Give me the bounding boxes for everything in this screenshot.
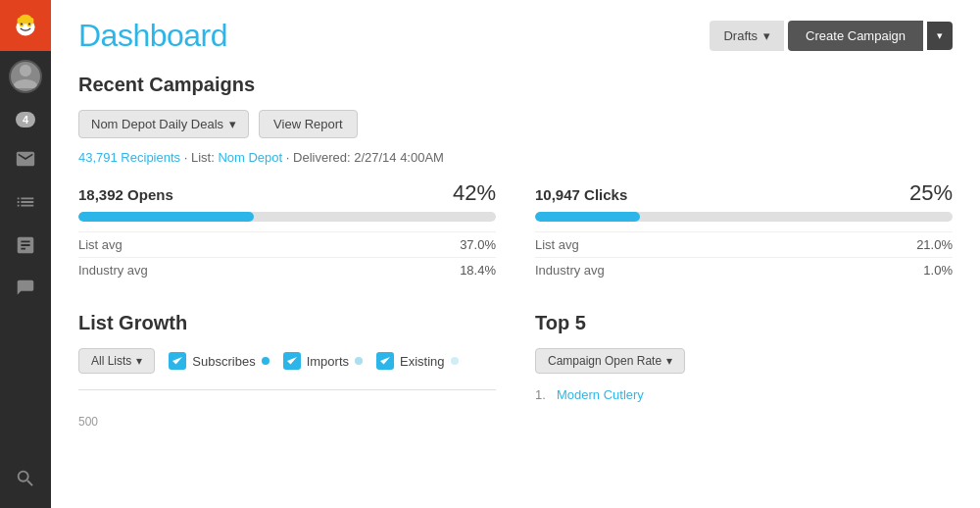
chart-y-label: 500 <box>78 415 98 429</box>
existing-dot <box>451 357 459 365</box>
clicks-list-avg-val: 21.0% <box>916 237 953 252</box>
campaign-select-chevron-icon: ▾ <box>229 117 236 131</box>
notifications-badge[interactable]: 4 <box>0 102 51 137</box>
list-name-link[interactable]: Nom Depot <box>218 150 282 165</box>
campaign-controls: Nom Depot Daily Deals ▾ View Report <box>78 110 953 138</box>
opens-list-avg-val: 37.0% <box>460 237 496 252</box>
opens-industry-avg-label: Industry avg <box>78 263 148 278</box>
svg-point-5 <box>20 15 32 25</box>
subscribes-label: Subscribes <box>192 354 255 369</box>
opens-stat-block: 18,392 Opens 42% List avg 37.0% Industry… <box>78 180 496 282</box>
main-content: Dashboard Drafts ▾ Create Campaign ▾ Rec… <box>51 0 980 508</box>
view-report-button[interactable]: View Report <box>259 110 358 138</box>
subscribes-checkbox[interactable]: Subscribes <box>169 352 269 370</box>
sidebar-item-campaigns[interactable] <box>0 137 51 180</box>
meta-list-prefix: List: <box>191 150 215 165</box>
check-icon <box>379 355 391 367</box>
campaign-name: Nom Depot Daily Deals <box>91 117 223 131</box>
top5-section: Top 5 Campaign Open Rate ▾ 1. Modern Cut… <box>535 312 953 429</box>
imports-checkbox-box <box>283 352 301 370</box>
clicks-list-avg: List avg 21.0% <box>535 231 953 257</box>
opens-progress-fill <box>78 212 254 222</box>
view-report-label: View Report <box>273 117 343 131</box>
check-icon <box>172 355 183 367</box>
bottom-grid: List Growth All Lists ▾ Subscribes <box>78 312 953 429</box>
opens-progress-bg <box>78 212 496 222</box>
create-campaign-label: Create Campaign <box>806 28 906 43</box>
content-area: Recent Campaigns Nom Depot Daily Deals ▾… <box>51 64 980 448</box>
all-lists-filter-button[interactable]: All Lists ▾ <box>78 348 155 374</box>
clicks-industry-avg-label: Industry avg <box>535 263 605 278</box>
subscribes-checkbox-box <box>169 352 186 370</box>
page-title: Dashboard <box>78 18 227 54</box>
imports-checkbox[interactable]: Imports <box>283 352 363 370</box>
opens-list-avg-label: List avg <box>78 237 122 252</box>
existing-label: Existing <box>400 354 445 369</box>
top5-filter-label: Campaign Open Rate <box>548 354 662 368</box>
svg-point-6 <box>18 18 22 24</box>
clicks-industry-avg-val: 1.0% <box>923 263 953 278</box>
clicks-progress-bg <box>535 212 953 222</box>
all-lists-chevron-icon: ▾ <box>136 354 142 368</box>
opens-label: 18,392 Opens <box>78 186 173 203</box>
automation-icon <box>15 278 36 299</box>
opens-industry-avg-val: 18.4% <box>460 263 496 278</box>
top5-list: 1. Modern Cutlery <box>535 387 953 402</box>
clicks-progress-fill <box>535 212 640 222</box>
header-actions: Drafts ▾ Create Campaign ▾ <box>710 21 953 51</box>
meta-delivered: Delivered: 2/27/14 4:00AM <box>293 150 444 165</box>
list-growth-filters: All Lists ▾ Subscribes <box>78 348 496 374</box>
clicks-industry-avg: Industry avg 1.0% <box>535 257 953 282</box>
recent-campaigns-section: Recent Campaigns Nom Depot Daily Deals ▾… <box>78 74 953 282</box>
campaign-meta: 43,791 Recipients · List: Nom Depot · De… <box>78 150 953 165</box>
subscribes-dot <box>262 357 270 365</box>
top5-link-1[interactable]: Modern Cutlery <box>557 387 644 402</box>
clicks-list-avg-label: List avg <box>535 237 579 252</box>
top5-title: Top 5 <box>535 312 953 334</box>
sidebar-item-search[interactable] <box>0 457 51 500</box>
opens-pct: 42% <box>453 180 496 206</box>
clicks-stat-block: 10,947 Clicks 25% List avg 21.0% Industr… <box>535 180 953 282</box>
top5-filter-row: Campaign Open Rate ▾ <box>535 348 953 374</box>
create-campaign-button[interactable]: Create Campaign <box>788 21 923 51</box>
stats-grid: 18,392 Opens 42% List avg 37.0% Industry… <box>78 180 953 282</box>
search-icon <box>15 468 36 489</box>
drafts-button[interactable]: Drafts ▾ <box>710 21 784 51</box>
avatar[interactable] <box>0 51 51 102</box>
existing-checkbox[interactable]: Existing <box>376 352 459 370</box>
mailchimp-logo-icon <box>10 10 41 41</box>
campaign-select-button[interactable]: Nom Depot Daily Deals ▾ <box>78 110 249 138</box>
sidebar-item-automation[interactable] <box>0 267 51 310</box>
lists-icon <box>15 191 36 213</box>
list-growth-section: List Growth All Lists ▾ Subscribes <box>78 312 496 429</box>
recent-campaigns-title: Recent Campaigns <box>78 74 953 96</box>
campaigns-icon <box>15 148 36 170</box>
avatar-image <box>9 60 42 93</box>
top5-rank-1: 1. <box>535 387 551 402</box>
opens-industry-avg: Industry avg 18.4% <box>78 257 496 282</box>
create-campaign-dropdown-button[interactable]: ▾ <box>927 22 953 50</box>
sidebar-item-lists[interactable] <box>0 180 51 224</box>
top5-filter-button[interactable]: Campaign Open Rate ▾ <box>535 348 685 374</box>
clicks-pct: 25% <box>909 180 953 206</box>
all-lists-label: All Lists <box>91 354 131 368</box>
logo <box>0 0 51 51</box>
list-growth-chart: 500 <box>78 389 496 429</box>
clicks-label: 10,947 Clicks <box>535 186 627 203</box>
header: Dashboard Drafts ▾ Create Campaign ▾ <box>51 0 980 64</box>
check-icon <box>286 355 298 367</box>
list-growth-title: List Growth <box>78 312 496 334</box>
badge-count: 4 <box>16 112 35 127</box>
svg-point-7 <box>29 18 33 24</box>
clicks-stat-header: 10,947 Clicks 25% <box>535 180 953 206</box>
reports-icon <box>15 234 36 256</box>
drafts-label: Drafts <box>723 28 758 43</box>
imports-dot <box>355 357 363 365</box>
sidebar-item-reports[interactable] <box>0 224 51 267</box>
drafts-chevron-icon: ▾ <box>763 28 770 43</box>
top5-filter-chevron-icon: ▾ <box>666 354 672 368</box>
create-dropdown-chevron-icon: ▾ <box>937 29 943 41</box>
recipients-link[interactable]: 43,791 Recipients <box>78 150 180 165</box>
opens-stat-header: 18,392 Opens 42% <box>78 180 496 206</box>
user-icon <box>11 62 40 91</box>
